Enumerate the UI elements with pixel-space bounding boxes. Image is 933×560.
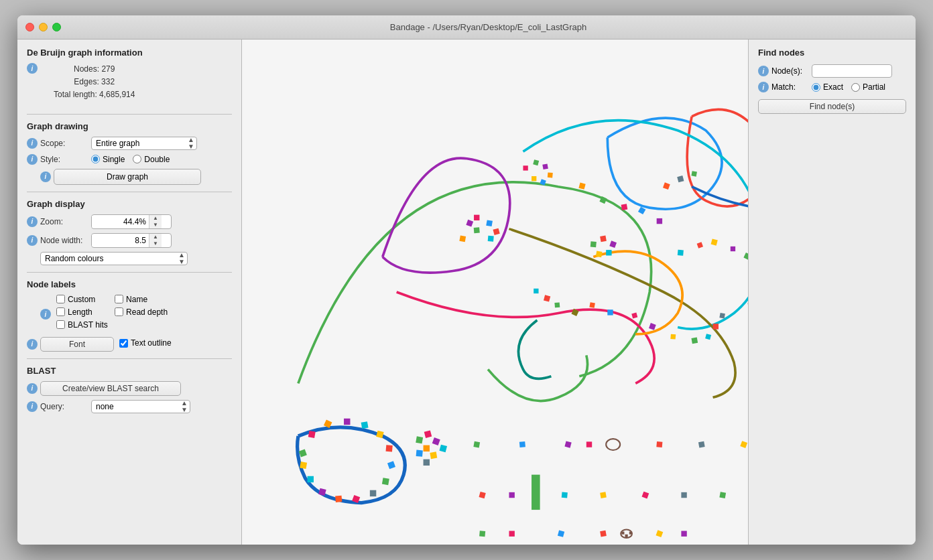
svg-rect-30 [534,289,538,293]
zoom-spinner: ▲ ▼ [91,214,172,229]
font-info-icon[interactable]: i [27,339,38,350]
name-checkbox[interactable] [115,295,123,303]
blast-query-select[interactable]: none [91,400,190,413]
close-button[interactable] [25,23,34,31]
exact-radio[interactable] [812,83,820,92]
match-radio-group: Exact Partial [812,82,885,92]
svg-rect-49 [424,445,430,451]
svg-rect-3 [621,204,628,210]
node-width-up-btn[interactable]: ▲ [149,234,162,240]
graph-drawing-title: Graph drawing [27,121,232,131]
exact-label-text: Exact [823,82,843,92]
node-width-spinner: ▲ ▼ [91,233,172,248]
svg-rect-44 [308,476,314,482]
find-nodes-title: Find nodes [758,48,906,58]
zoom-down-btn[interactable]: ▼ [149,222,162,228]
style-single-radio[interactable] [91,155,100,163]
read-depth-label-check[interactable]: Read depth [115,307,168,317]
zoom-up-btn[interactable]: ▲ [149,215,162,222]
maximize-button[interactable] [52,23,61,31]
svg-rect-68 [532,475,540,510]
name-label-check[interactable]: Name [115,295,168,304]
svg-rect-89 [459,235,466,242]
svg-rect-70 [600,492,607,498]
style-single-label[interactable]: Single [91,155,125,164]
svg-rect-98 [542,163,548,169]
style-double-radio[interactable] [133,155,141,163]
custom-label-check[interactable]: Custom [56,295,109,304]
draw-graph-button[interactable]: Draw graph [54,169,201,185]
svg-rect-50 [416,450,423,457]
scope-info-icon[interactable]: i [27,138,38,149]
read-depth-label-text: Read depth [126,307,168,317]
blast-query-row: i Query: none ▲▼ [27,400,232,413]
graph-info-icon[interactable]: i [27,63,38,74]
svg-rect-106 [596,251,603,258]
blast-hits-checkbox[interactable] [56,320,65,329]
svg-rect-96 [523,165,527,170]
node-width-info-icon[interactable]: i [27,235,38,246]
scope-select-wrapper: Entire graph Around nodes Around BLAST h… [91,137,197,150]
graph-area[interactable] [242,40,748,545]
colour-select-wrapper: Random colours Uniform colour Read depth… [40,252,188,265]
text-outline-check[interactable]: Text outline [119,338,172,348]
find-nodes-button[interactable]: Find node(s) [758,99,906,114]
svg-rect-57 [586,441,592,447]
partial-radio[interactable] [851,83,860,92]
main-window: Bandage - /Users/Ryan/Desktop/E_coli_Las… [17,15,916,545]
draw-graph-row: i Draw graph [40,169,232,185]
svg-rect-25 [607,309,613,315]
text-outline-text: Text outline [131,338,172,348]
blast-hits-label-check[interactable]: BLAST hits [56,320,109,330]
svg-rect-18 [719,313,725,319]
style-row: i Style: Single Double [27,154,232,165]
svg-rect-93 [486,220,493,226]
blast-query-info-icon[interactable]: i [27,401,38,412]
zoom-info-icon[interactable]: i [27,216,38,227]
svg-rect-101 [532,176,536,181]
zoom-input[interactable] [92,216,149,228]
colour-select[interactable]: Random colours Uniform colour Read depth… [40,252,188,265]
node-width-input[interactable] [92,234,149,247]
draw-info-icon[interactable]: i [40,171,51,182]
svg-rect-69 [562,492,568,498]
style-info-icon[interactable]: i [27,154,38,165]
total-length-stat: Total length: 4,685,914 [54,88,135,101]
svg-rect-46 [416,436,423,443]
scope-select[interactable]: Entire graph Around nodes Around BLAST h… [91,137,197,150]
text-outline-checkbox[interactable] [119,339,128,348]
svg-rect-99 [548,172,553,178]
svg-rect-84 [621,532,624,535]
svg-rect-39 [382,478,389,485]
match-info-icon[interactable]: i [758,82,769,92]
svg-rect-45 [300,462,307,469]
svg-rect-79 [479,531,485,537]
svg-rect-53 [424,460,430,466]
blast-info-icon[interactable]: i [27,383,38,394]
svg-rect-85 [629,532,632,535]
partial-match-label[interactable]: Partial [851,82,885,92]
custom-checkbox[interactable] [56,295,65,303]
svg-rect-59 [656,441,662,447]
svg-rect-21 [691,337,698,344]
svg-rect-32 [308,431,316,438]
length-label-check[interactable]: Length [56,307,109,317]
node-labels-title: Node labels [27,279,232,289]
node-width-row: i Node width: ▲ ▼ [27,233,232,248]
style-double-label[interactable]: Double [133,155,170,164]
svg-rect-103 [600,235,607,242]
node-width-label: Node width: [40,236,87,245]
node-width-down-btn[interactable]: ▼ [149,240,162,247]
length-checkbox[interactable] [56,307,65,316]
node-search-info-icon[interactable]: i [758,66,769,76]
read-depth-checkbox[interactable] [115,307,123,316]
svg-rect-90 [474,227,480,233]
labels-info-icon[interactable]: i [40,309,51,320]
node-search-input[interactable] [812,64,892,78]
scope-row: i Scope: Entire graph Around nodes Aroun… [27,137,232,150]
graph-canvas[interactable] [242,40,748,545]
exact-match-label[interactable]: Exact [812,82,843,92]
blast-create-button[interactable]: Create/view BLAST search [40,381,181,396]
font-button[interactable]: Font [40,337,114,352]
minimize-button[interactable] [39,23,48,31]
